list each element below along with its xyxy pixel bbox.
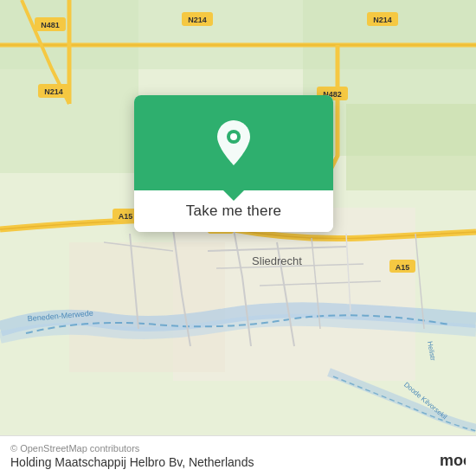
svg-text:Sliedrecht: Sliedrecht	[252, 254, 302, 267]
svg-point-31	[230, 133, 237, 140]
svg-text:A15: A15	[119, 212, 133, 221]
svg-text:N214: N214	[44, 87, 63, 96]
map-background: N481 N214 N214 N214 N482 N482 A15 A15 A1…	[0, 0, 476, 476]
svg-rect-4	[346, 104, 476, 190]
map-container: N481 N214 N214 N214 N482 N482 A15 A15 A1…	[0, 0, 476, 476]
svg-text:moovit: moovit	[440, 452, 466, 469]
location-pin-icon	[213, 119, 254, 167]
svg-text:N214: N214	[188, 16, 207, 24]
svg-text:N481: N481	[41, 21, 60, 29]
svg-rect-6	[69, 242, 225, 372]
moovit-logo: moovit	[440, 452, 466, 469]
svg-text:A15: A15	[396, 263, 410, 272]
popup-card: Take me there	[134, 95, 333, 232]
attribution-text: © OpenStreetMap contributors	[10, 443, 466, 453]
popup-green-header	[134, 95, 333, 190]
footer: © OpenStreetMap contributors Holding Maa…	[0, 435, 476, 476]
svg-text:N214: N214	[373, 16, 392, 24]
moovit-icon: moovit	[440, 452, 466, 469]
place-name-text: Holding Maatschappij Helbro Bv, Netherla…	[10, 455, 466, 469]
